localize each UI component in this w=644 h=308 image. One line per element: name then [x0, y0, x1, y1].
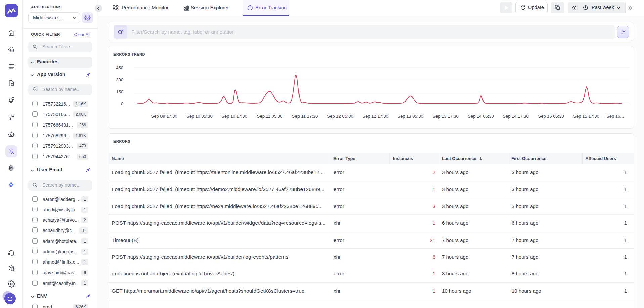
svg-text:Sep 14 17:30: Sep 14 17:30 [503, 114, 528, 119]
svg-text:450: 450 [116, 65, 123, 70]
svg-text:Sep 13 17:30: Sep 13 17:30 [432, 114, 458, 119]
svg-text:Sep 13 05:30: Sep 13 05:30 [397, 114, 423, 119]
svg-text:Sep 10 17:30: Sep 10 17:30 [221, 114, 247, 119]
svg-text:Sep 10 05:30: Sep 10 05:30 [186, 114, 212, 119]
svg-text:Sep 14 05:30: Sep 14 05:30 [468, 114, 494, 119]
svg-text:Sep 16...: Sep 16... [606, 114, 624, 119]
svg-text:Sep 09 17:30: Sep 09 17:30 [151, 114, 177, 119]
svg-text:Sep 15 05:30: Sep 15 05:30 [538, 114, 564, 119]
svg-text:Sep 12 17:30: Sep 12 17:30 [362, 114, 388, 119]
svg-text:Sep 12 05:30: Sep 12 05:30 [327, 114, 353, 119]
svg-text:Sep 15 17:30: Sep 15 17:30 [573, 114, 599, 119]
svg-text:Sep 11 05:30: Sep 11 05:30 [257, 114, 282, 119]
svg-text:150: 150 [116, 89, 123, 94]
svg-text:300: 300 [116, 77, 123, 82]
svg-text:0: 0 [121, 101, 123, 106]
svg-text:Sep 11 17:30: Sep 11 17:30 [292, 114, 318, 119]
